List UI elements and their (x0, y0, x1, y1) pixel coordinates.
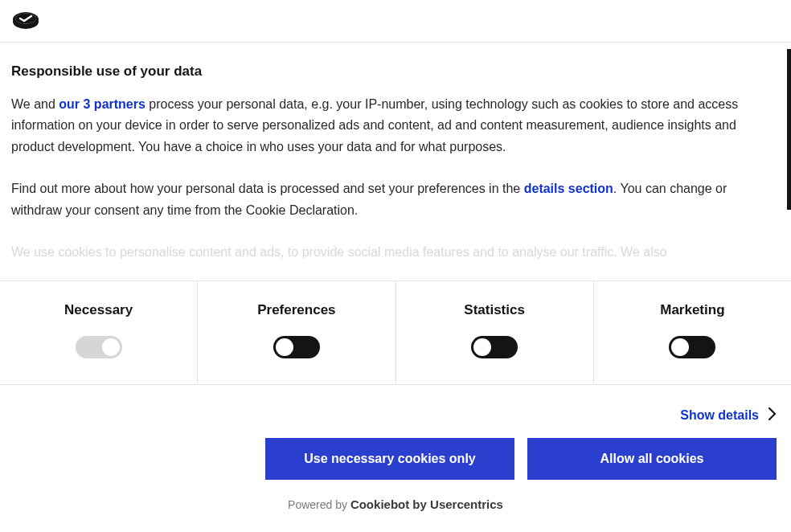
category-marketing: Marketing (594, 281, 791, 384)
category-preferences: Preferences (198, 281, 396, 384)
use-necessary-button[interactable]: Use necessary cookies only (265, 438, 514, 480)
categories-row: Necessary Preferences Statistics Marketi… (0, 280, 791, 385)
partners-link[interactable]: our 3 partners (59, 97, 145, 111)
category-label-necessary: Necessary (8, 302, 189, 318)
toggle-knob (473, 338, 491, 356)
toggle-knob (276, 338, 293, 356)
category-necessary: Necessary (0, 281, 198, 384)
category-label-preferences: Preferences (206, 302, 387, 318)
category-statistics: Statistics (396, 281, 594, 384)
svg-point-3 (15, 14, 36, 24)
paragraph-1: We and our 3 partners process your perso… (11, 94, 780, 158)
category-label-marketing: Marketing (602, 302, 783, 318)
dialog-title: Responsible use of your data (11, 63, 780, 80)
scrollbar[interactable] (787, 49, 791, 210)
powered-brand-link[interactable]: Cookiebot by Usercentrics (350, 497, 503, 511)
toggle-knob (102, 338, 120, 356)
category-label-statistics: Statistics (404, 302, 585, 318)
toggle-necessary (76, 336, 122, 358)
toggle-marketing[interactable] (669, 336, 715, 358)
show-details-button[interactable]: Show details (680, 407, 777, 424)
cookiebot-logo-icon (11, 19, 40, 33)
paragraph-2: Find out more about how your personal da… (11, 178, 780, 221)
content-scroll-area[interactable]: Responsible use of your data We and our … (0, 43, 791, 280)
powered-by: Powered by Cookiebot by Usercentrics (0, 480, 791, 511)
paragraph-3-faded: We use cookies to personalise content an… (11, 242, 780, 263)
toggle-statistics[interactable] (471, 336, 518, 358)
details-section-link[interactable]: details section (524, 182, 613, 195)
toggle-preferences[interactable] (273, 336, 320, 358)
details-row: Show details (0, 385, 791, 430)
buttons-row: Use necessary cookies only Allow all coo… (0, 430, 791, 480)
powered-prefix: Powered by (288, 498, 350, 511)
header (0, 0, 791, 43)
chevron-right-icon (768, 407, 777, 424)
show-details-label: Show details (680, 408, 759, 423)
allow-all-button[interactable]: Allow all cookies (527, 438, 777, 480)
toggle-knob (671, 338, 689, 356)
